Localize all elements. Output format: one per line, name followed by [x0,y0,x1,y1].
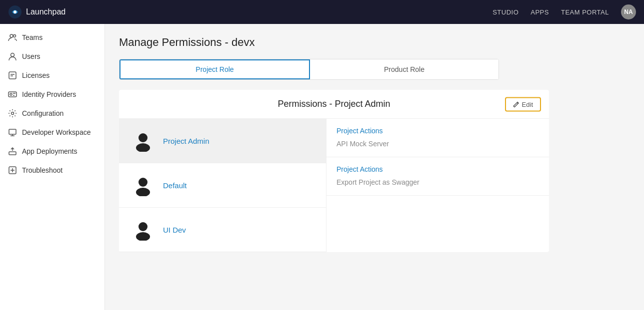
avatar-project-admin [131,129,155,153]
svg-point-1 [14,10,16,13]
nav-team-portal[interactable]: TEAM PORTAL [561,8,609,16]
svg-point-20 [138,133,148,142]
pencil-icon [513,101,520,107]
sidebar: Teams Users Licenses [0,24,105,310]
role-item-project-admin[interactable]: Project Admin [119,119,326,163]
permissions-container: Permissions - Project Admin Edit [119,90,549,252]
sidebar-item-configuration[interactable]: Configuration [0,104,104,123]
svg-point-22 [138,178,148,187]
gear-icon [8,109,17,118]
permission-section-0: Project Actions API Mock Server [326,119,549,157]
user-avatar[interactable]: NA [621,4,636,19]
nav-apps[interactable]: APPS [530,8,549,16]
edit-button[interactable]: Edit [505,97,541,111]
sidebar-item-troubleshoot[interactable]: Troubleshoot [0,161,104,180]
svg-point-2 [10,34,13,37]
sidebar-label-identity-providers: Identity Providers [22,90,76,98]
svg-point-21 [136,143,150,152]
tab-product-role[interactable]: Product Role [310,59,498,79]
svg-point-9 [10,93,12,95]
sidebar-label-troubleshoot: Troubleshoot [22,166,62,174]
tab-project-role[interactable]: Project Role [120,59,310,79]
permission-section-1: Project Actions Export Project as Swagge… [326,157,549,196]
permission-category-1: Project Actions [336,165,539,173]
sidebar-label-developer-workspace: Developer Workspace [22,128,90,136]
sidebar-item-developer-workspace[interactable]: Developer Workspace [0,123,104,142]
person-icon [8,52,17,61]
svg-rect-5 [9,72,16,79]
avatar-ui-dev [131,218,155,242]
role-list: Project Admin Default [119,119,326,252]
permissions-details: Project Actions API Mock Server Project … [326,119,549,252]
top-navigation: Launchpad STUDIO APPS TEAM PORTAL NA [0,0,644,24]
svg-rect-16 [9,152,16,155]
sidebar-item-identity-providers[interactable]: Identity Providers [0,85,104,104]
sidebar-label-users: Users [22,52,40,60]
svg-rect-13 [9,129,16,134]
role-name-ui-dev[interactable]: UI Dev [163,226,186,234]
permissions-header: Permissions - Project Admin Edit [119,90,549,119]
avatar-default [131,173,155,197]
page-title: Manage Permissions - devx [119,36,630,49]
sidebar-item-users[interactable]: Users [0,47,104,66]
role-tabs: Project Role Product Role [119,59,499,80]
sidebar-item-teams[interactable]: Teams [0,28,104,47]
edit-label: Edit [522,100,533,108]
svg-point-24 [138,222,148,231]
permission-item-0-0: API Mock Server [336,139,539,149]
role-name-default[interactable]: Default [163,181,187,190]
svg-point-3 [14,35,16,37]
id-icon [8,90,17,99]
topnav-links: STUDIO APPS TEAM PORTAL NA [492,4,636,19]
deploy-icon [8,147,17,156]
permission-category-0: Project Actions [336,127,539,135]
role-name-project-admin[interactable]: Project Admin [163,137,210,145]
role-item-ui-dev[interactable]: UI Dev [119,208,326,252]
license-icon [8,71,17,80]
permission-item-1-0: Export Project as Swagger [336,177,539,187]
app-logo[interactable]: Launchpad [8,5,66,19]
sidebar-item-app-deployments[interactable]: App Deployments [0,142,104,161]
main-layout: Teams Users Licenses [0,24,644,310]
permissions-title: Permissions - Project Admin [278,99,390,109]
svg-point-4 [11,53,14,57]
people-icon [8,33,17,42]
split-area: Project Admin Default [119,119,549,252]
svg-point-12 [12,112,14,115]
svg-point-23 [136,188,150,196]
sidebar-label-licenses: Licenses [22,71,50,79]
svg-point-25 [136,232,150,241]
sidebar-label-app-deployments: App Deployments [22,147,78,155]
workspace-icon [8,128,17,137]
sidebar-label-configuration: Configuration [22,109,64,117]
role-item-default[interactable]: Default [119,163,326,208]
nav-studio[interactable]: STUDIO [492,8,518,16]
sidebar-item-licenses[interactable]: Licenses [0,66,104,85]
app-name: Launchpad [26,7,66,16]
sidebar-label-teams: Teams [22,33,42,41]
content-area: Manage Permissions - devx Project Role P… [105,24,644,310]
troubleshoot-icon [8,166,17,175]
